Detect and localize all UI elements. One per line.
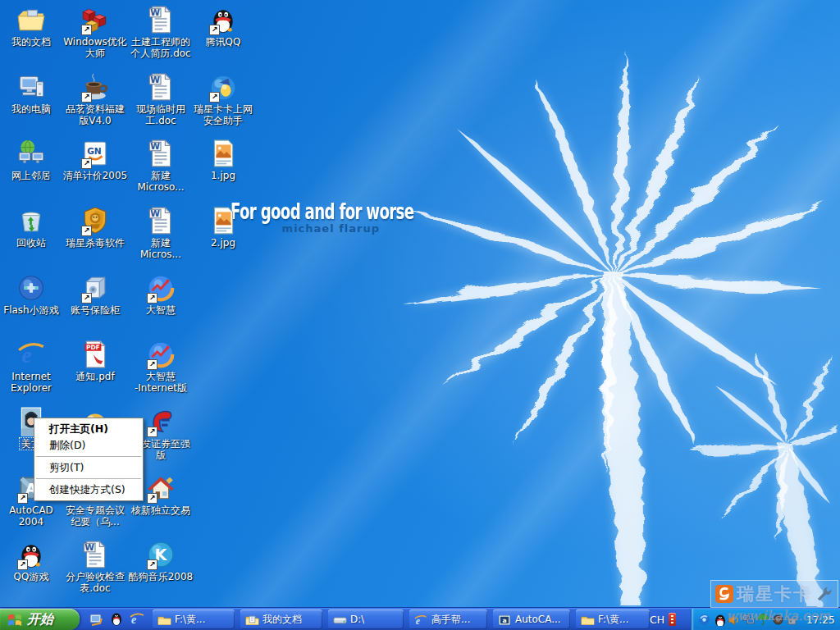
context-menu: 打开主页(H)删除(D)剪切(T)创建快捷方式(S): [34, 418, 144, 501]
desktop-icon-image-file-15[interactable]: 2.jpg: [185, 206, 261, 249]
gf-securities-glyph: ↗: [146, 407, 176, 436]
svg-text:GN: GN: [87, 146, 102, 156]
my-documents-icon: [245, 614, 259, 626]
firewall-umbrella-icon: [757, 614, 769, 626]
shortcut-arrow-icon: ↗: [147, 427, 158, 437]
tray-qq[interactable]: [713, 614, 725, 626]
language-bar[interactable]: CH: [650, 609, 676, 629]
desktop-icon-gn-soft-9[interactable]: GN↗清单计价2005: [57, 139, 133, 181]
taskbar-button-label: 我的文档: [262, 613, 302, 627]
desktop-icon-label: QQ游戏: [12, 571, 51, 582]
menu-item-1[interactable]: 删除(D): [34, 437, 143, 454]
quick-launch-bar: e: [84, 609, 149, 630]
tray-rising-monitor[interactable]: [772, 614, 784, 626]
tray-downloader-orb[interactable]: [698, 614, 710, 626]
quick-launch-qq[interactable]: [109, 612, 124, 627]
taskbar-button-3[interactable]: e高手帮...: [409, 609, 487, 629]
shortcut-arrow-icon: ↗: [81, 92, 92, 103]
desktop-icon-label: 酷狗音乐2008: [127, 571, 195, 582]
autocad-doc-icon: a: [498, 614, 512, 626]
internet-explorer-icon: e: [16, 340, 46, 369]
menu-item-3[interactable]: 剪切(T): [34, 459, 143, 476]
start-label: 开始: [27, 611, 53, 628]
tray-icons: [698, 614, 799, 626]
shortcut-arrow-icon: ↗: [147, 493, 158, 504]
svg-text:a: a: [502, 616, 506, 623]
taskbar-button-label: 高手帮...: [431, 613, 470, 627]
taskbar-button-label: F:\黄...: [175, 613, 206, 627]
taskbar-button-label: D:\: [350, 614, 364, 625]
svg-text:W: W: [150, 7, 160, 17]
language-indicator: CH: [650, 614, 664, 626]
image-file-glyph: [208, 139, 238, 168]
drive-icon: [333, 614, 347, 626]
taskbar-button-2[interactable]: D:\: [328, 609, 404, 629]
volume-icon: [728, 614, 740, 626]
image-file-icon: [208, 206, 238, 235]
shortcut-arrow-icon: ↗: [209, 92, 220, 103]
desktop-icon-label: 回收站: [15, 237, 48, 249]
taskbar-button-0[interactable]: F:\黄...: [153, 609, 235, 629]
recycle-bin-glyph: [16, 206, 46, 235]
desktop-icon-label: 网上邻居: [10, 170, 52, 181]
taskbar-button-4[interactable]: aAutoCA...: [493, 609, 570, 629]
desktop-icon-label: 1.jpg: [209, 170, 237, 181]
windows-logo-icon: [7, 612, 23, 627]
my-computer-glyph: [16, 72, 46, 102]
word-doc-glyph: W: [146, 206, 176, 235]
shortcut-arrow-icon: ↗: [17, 559, 28, 570]
system-tray: 17:25: [691, 609, 840, 630]
desktop-icon-image-file-11[interactable]: 1.jpg: [185, 139, 261, 181]
desktop-icon-coffee-5[interactable]: ↗品茗资料福建 版V4.0: [57, 72, 133, 126]
quick-launch-show-desktop[interactable]: [89, 612, 103, 627]
desktop-icon-label: 我的文档: [10, 36, 52, 48]
start-button[interactable]: 开始: [0, 609, 80, 630]
menu-separator: [36, 478, 141, 479]
desktop-icon-dzh-chart-21[interactable]: ↗大智慧 -Internet版: [123, 340, 199, 394]
desktop-icon-label: 腾讯QQ: [204, 36, 243, 48]
pdf-doc-icon: PDF: [80, 340, 110, 369]
internet-explorer-glyph: e: [16, 340, 46, 369]
desktop-icon-kaka-ball-7[interactable]: ↗瑞星卡卡上网 安全助手: [185, 72, 261, 126]
kugou-glyph: K↗: [146, 540, 176, 569]
taskbar-button-1[interactable]: 我的文档: [240, 609, 322, 629]
svg-text:W: W: [84, 542, 94, 552]
desktop-icon-safe-box-17[interactable]: ↗账号保险柜: [57, 273, 133, 316]
rising-monitor-icon: [772, 614, 784, 626]
desktop-icon-label: 通知.pdf: [74, 371, 116, 382]
desktop-icon-label: 清单计价2005: [62, 170, 130, 181]
desktop-icon-dzh-chart-18[interactable]: ↗大智慧: [123, 273, 199, 316]
show-desktop-icon: [89, 612, 103, 627]
word-doc-icon: W: [146, 206, 176, 235]
shortcut-arrow-icon: ↗: [147, 293, 158, 304]
desktop-icon-word-doc-29[interactable]: W分户验收检查 表.doc: [57, 540, 133, 594]
folder-icon: [581, 614, 595, 626]
tray-firewall-umbrella[interactable]: [757, 614, 769, 626]
desktop-icon-qq-3[interactable]: ↗腾讯QQ: [185, 5, 261, 48]
tray-network-monitors[interactable]: [742, 614, 755, 626]
desktop-icon-lion-shield-13[interactable]: ↗瑞星杀毒软件: [57, 206, 133, 249]
desktop-icon-label: 品茗资料福建 版V4.0: [64, 103, 126, 126]
menu-item-5[interactable]: 创建快捷方式(S): [34, 482, 143, 498]
quick-launch-internet-explorer[interactable]: e: [130, 612, 144, 627]
flash-game-icon: [16, 273, 46, 303]
desktop-icon-red-cubes-1[interactable]: ↗Windows优化 大师: [57, 5, 133, 59]
taskbar-button-label: F:\黄...: [598, 613, 629, 627]
safe-box-glyph: ↗: [80, 273, 110, 303]
security-tool-icon: [787, 614, 799, 626]
word-doc-icon: W: [146, 139, 176, 168]
clock[interactable]: 17:25: [806, 614, 835, 626]
ime-icon[interactable]: [669, 613, 676, 626]
tray-volume[interactable]: [728, 614, 740, 626]
desktop-icon-pdf-doc-20[interactable]: PDF通知.pdf: [57, 340, 133, 382]
desktop-icon-label: 新建 Micros...: [139, 237, 183, 260]
svg-text:W: W: [150, 75, 160, 84]
word-doc-icon: W: [146, 5, 176, 34]
taskbar-button-5[interactable]: F:\黄...: [576, 609, 650, 629]
menu-item-0[interactable]: 打开主页(H): [34, 421, 143, 437]
tray-security-tool[interactable]: [787, 614, 799, 626]
desktop-icon-label: 分户验收检查 表.doc: [64, 571, 126, 594]
desktop-icon-kugou-30[interactable]: K↗酷狗音乐2008: [123, 540, 199, 582]
shortcut-arrow-icon: ↗: [147, 559, 158, 570]
qq-glyph: ↗: [208, 5, 238, 34]
